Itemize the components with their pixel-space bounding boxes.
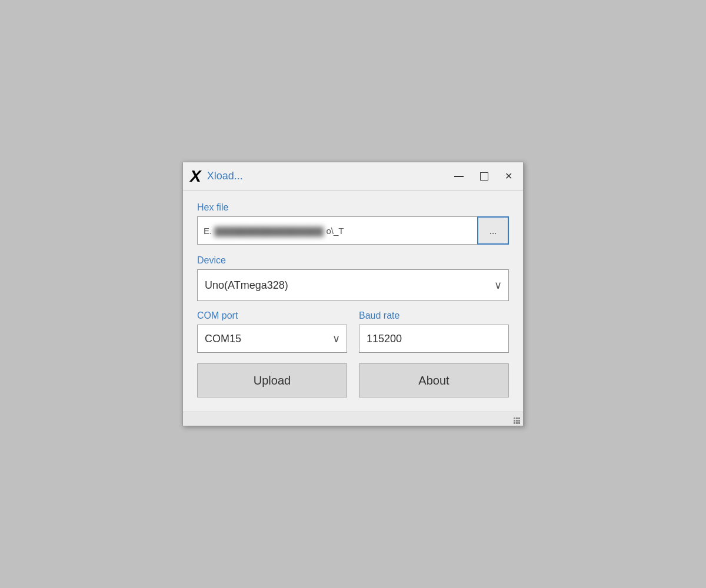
window-controls: ✕	[451, 171, 516, 182]
hex-file-label: Hex file	[197, 202, 509, 213]
device-select-wrapper: Uno(ATmega328) Nano(ATmega328) Mega(ATme…	[197, 269, 509, 301]
device-label: Device	[197, 255, 509, 266]
content-area: Hex file E. ▓▓▓▓▓▓▓▓▓▓▓▓▓▓▓▓▓ o\_T ... D…	[183, 191, 523, 412]
status-bar	[183, 412, 523, 426]
com-port-col: COM port COM1 COM3 COM5 COM15 ∨	[197, 310, 347, 353]
baud-rate-col: Baud rate	[359, 310, 509, 353]
title-bar: X Xload... ✕	[183, 162, 523, 191]
hex-file-row: E. ▓▓▓▓▓▓▓▓▓▓▓▓▓▓▓▓▓ o\_T ...	[197, 216, 509, 245]
close-icon: ✕	[505, 171, 512, 181]
resize-dot	[516, 422, 518, 424]
resize-dot	[518, 417, 520, 419]
com-select-wrapper: COM1 COM3 COM5 COM15 ∨	[197, 325, 347, 353]
device-select[interactable]: Uno(ATmega328) Nano(ATmega328) Mega(ATme…	[197, 269, 509, 301]
resize-dot	[518, 420, 520, 422]
about-button[interactable]: About	[359, 363, 509, 397]
hex-file-suffix: o\_T	[324, 226, 344, 236]
device-section: Device Uno(ATmega328) Nano(ATmega328) Me…	[197, 255, 509, 301]
maximize-icon	[480, 172, 488, 181]
main-window: X Xload... ✕ Hex file E. ▓▓▓▓▓▓▓▓▓▓▓▓▓▓▓…	[182, 162, 524, 426]
button-row: Upload About	[197, 363, 509, 397]
hex-file-blurred: ▓▓▓▓▓▓▓▓▓▓▓▓▓▓▓▓▓	[214, 226, 324, 236]
com-port-select[interactable]: COM1 COM3 COM5 COM15	[197, 325, 347, 353]
resize-dot	[516, 417, 518, 419]
resize-dot	[514, 422, 515, 424]
hex-file-display: E. ▓▓▓▓▓▓▓▓▓▓▓▓▓▓▓▓▓ o\_T	[197, 216, 477, 245]
resize-dot	[516, 420, 518, 422]
minimize-button[interactable]	[451, 171, 467, 182]
upload-button[interactable]: Upload	[197, 363, 347, 397]
maximize-button[interactable]	[477, 171, 492, 182]
resize-dot	[514, 420, 515, 422]
com-port-label: COM port	[197, 310, 347, 321]
resize-dot	[514, 417, 515, 419]
hex-file-prefix: E.	[204, 226, 214, 236]
resize-dot	[518, 422, 520, 424]
window-title: Xload...	[207, 170, 451, 182]
close-button[interactable]: ✕	[501, 171, 516, 182]
resize-grip[interactable]	[514, 417, 521, 425]
baud-rate-label: Baud rate	[359, 310, 509, 321]
app-logo: X	[190, 168, 201, 185]
port-baud-row: COM port COM1 COM3 COM5 COM15 ∨ Baud rat…	[197, 310, 509, 353]
minimize-icon	[454, 176, 464, 177]
browse-button[interactable]: ...	[477, 216, 509, 245]
baud-rate-input[interactable]	[359, 325, 509, 353]
